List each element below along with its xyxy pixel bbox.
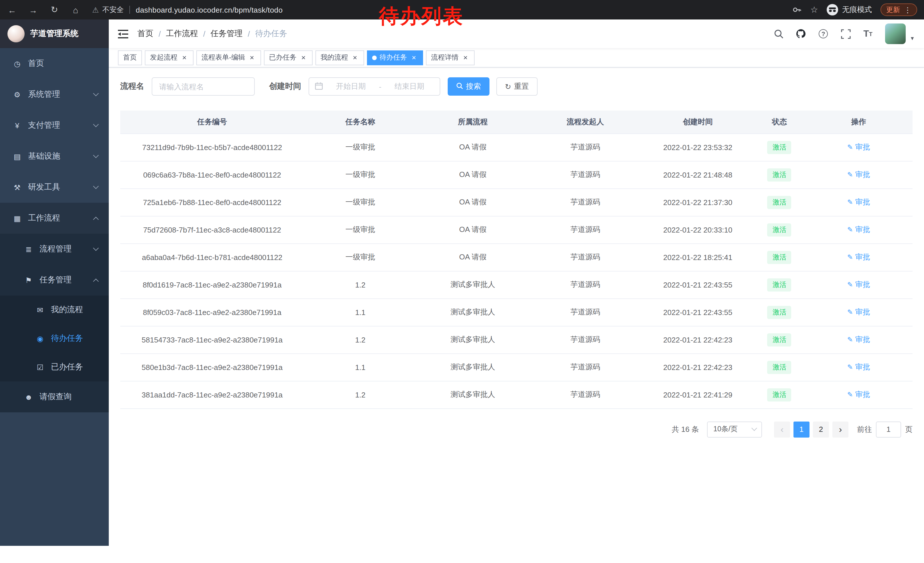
goto-page-input[interactable] <box>876 421 901 437</box>
search-icon[interactable] <box>773 28 784 39</box>
sidebar-item-task-mgmt[interactable]: ⚑任务管理 <box>0 264 109 296</box>
fullscreen-icon[interactable] <box>840 28 851 39</box>
date-range-picker[interactable]: 开始日期 - 结束日期 <box>309 77 440 96</box>
hamburger-icon[interactable] <box>118 30 128 38</box>
tab-form-edit[interactable]: 流程表单-编辑× <box>196 50 261 65</box>
main-area: 首页/工作流程/任务管理/待办任务 ? TT ▼ <box>109 20 924 546</box>
create-time-label: 创建时间 <box>269 81 301 92</box>
sidebar-item-infra[interactable]: ▤基础设施 <box>0 141 109 172</box>
breadcrumb-item[interactable]: 任务管理 <box>211 29 243 39</box>
help-icon[interactable]: ? <box>818 28 828 39</box>
edit-icon: ✎ <box>847 253 853 261</box>
incognito-icon <box>826 4 838 15</box>
initiator-cell-text: 芋道源码 <box>570 308 600 316</box>
page-size-select[interactable]: 10条/页 <box>707 421 762 437</box>
tab-home[interactable]: 首页 <box>118 50 142 65</box>
sidebar-item-todo-task[interactable]: ◉待办任务 <box>0 324 109 353</box>
action-cell: ✎审批 <box>805 353 912 381</box>
page-button-2[interactable]: 2 <box>813 421 829 437</box>
start-date-placeholder[interactable]: 开始日期 <box>326 81 375 92</box>
action-cell: ✎审批 <box>805 243 912 271</box>
tab-done-task[interactable]: 已办任务× <box>264 50 313 65</box>
process-cell: 测试多审批人 <box>417 299 529 326</box>
process-cell-text: OA 请假 <box>459 143 486 151</box>
sidebar-item-label: 流程管理 <box>39 244 72 254</box>
breadcrumb-item[interactable]: 工作流程 <box>166 29 198 39</box>
close-icon[interactable]: × <box>351 54 359 62</box>
font-size-icon[interactable]: TT <box>863 28 873 39</box>
close-icon[interactable]: × <box>180 54 188 62</box>
task-id-cell-text: 725a1eb6-7b88-11ec-8ef0-acde48001122 <box>143 198 281 206</box>
avatar-caret-icon[interactable]: ▼ <box>910 36 915 41</box>
initiator-cell-text: 芋道源码 <box>570 225 600 234</box>
search-button[interactable]: 搜索 <box>448 77 489 96</box>
approve-label: 审批 <box>855 335 870 345</box>
approve-button[interactable]: ✎审批 <box>847 389 870 400</box>
sidebar-item-devtools[interactable]: ⚒研发工具 <box>0 172 109 203</box>
approve-button[interactable]: ✎审批 <box>847 142 870 152</box>
created-time-cell: 2022-01-21 22:43:55 <box>642 271 754 299</box>
created-time-cell-text: 2022-01-21 22:43:55 <box>663 280 732 289</box>
task-id-cell: 580e1b3d-7ac8-11ec-a9e2-a2380e71991a <box>120 353 304 381</box>
approve-button[interactable]: ✎审批 <box>847 225 870 235</box>
sidebar-item-home[interactable]: ◷首页 <box>0 48 109 79</box>
approve-button[interactable]: ✎审批 <box>847 279 870 290</box>
tab-todo-task[interactable]: 待办任务× <box>367 50 423 65</box>
logo-row[interactable]: 芋道管理系统 <box>0 20 109 48</box>
sidebar-item-process-mgmt[interactable]: ≣流程管理 <box>0 234 109 264</box>
sidebar-item-my-process[interactable]: ✉我的流程 <box>0 296 109 324</box>
created-time-cell: 2022-01-22 18:25:41 <box>642 243 754 271</box>
home-icon[interactable]: ⌂ <box>70 5 81 15</box>
approve-button[interactable]: ✎审批 <box>847 170 870 180</box>
forward-icon[interactable]: → <box>28 5 38 15</box>
edit-icon: ✎ <box>847 336 853 344</box>
bookmark-star-icon[interactable]: ☆ <box>810 5 818 15</box>
approve-button[interactable]: ✎审批 <box>847 197 870 207</box>
close-icon[interactable]: × <box>299 54 308 62</box>
address-bar[interactable]: dashboard.yudao.iocoder.cn/bpm/task/todo <box>136 6 282 14</box>
approve-label: 审批 <box>855 307 870 317</box>
table-row: 8f059c03-7ac8-11ec-a9e2-a2380e71991a1.1测… <box>120 299 912 326</box>
sidebar-item-payment[interactable]: ¥支付管理 <box>0 110 109 141</box>
sidebar-item-system[interactable]: ⚙系统管理 <box>0 79 109 110</box>
close-icon[interactable]: × <box>410 54 418 62</box>
update-button[interactable]: 更新 ⋮ <box>880 3 917 16</box>
page-button-1[interactable]: 1 <box>794 421 810 437</box>
close-icon[interactable]: × <box>248 54 256 62</box>
sidebar-item-done-task[interactable]: ☑已办任务 <box>0 353 109 381</box>
task-id-cell-text: 73211d9d-7b9b-11ec-b5b7-acde48001122 <box>142 143 282 152</box>
action-cell: ✎审批 <box>805 271 912 299</box>
close-icon[interactable]: × <box>461 54 470 62</box>
github-icon[interactable] <box>796 28 806 39</box>
next-page-button[interactable]: › <box>832 421 848 437</box>
menu-kebab-icon[interactable]: ⋮ <box>904 6 911 14</box>
approve-button[interactable]: ✎审批 <box>847 335 870 345</box>
tab-start-process[interactable]: 发起流程× <box>145 50 194 65</box>
process-name-input[interactable] <box>152 77 255 96</box>
key-icon[interactable] <box>792 4 802 15</box>
reset-button[interactable]: ↻ 重置 <box>496 77 538 96</box>
end-date-placeholder[interactable]: 结束日期 <box>385 81 434 92</box>
tab-process-detail[interactable]: 流程详情× <box>426 50 475 65</box>
back-icon[interactable]: ← <box>7 5 17 15</box>
approve-button[interactable]: ✎审批 <box>847 307 870 317</box>
approve-button[interactable]: ✎审批 <box>847 362 870 372</box>
update-label: 更新 <box>886 5 900 15</box>
prev-page-button[interactable]: ‹ <box>774 421 790 437</box>
site-security[interactable]: ⚠ 不安全 <box>92 5 124 15</box>
calendar-icon <box>315 82 323 92</box>
task-name-cell-text: 1.2 <box>355 280 366 289</box>
table-row: 73211d9d-7b9b-11ec-b5b7-acde48001122一级审批… <box>120 134 912 161</box>
user-avatar[interactable] <box>885 24 906 44</box>
task-id-cell: 725a1eb6-7b88-11ec-8ef0-acde48001122 <box>120 188 304 216</box>
breadcrumb-item[interactable]: 首页 <box>137 29 153 39</box>
reload-icon[interactable]: ↻ <box>49 5 60 15</box>
sidebar-item-label: 支付管理 <box>28 120 60 131</box>
sidebar-item-workflow[interactable]: ▦工作流程 <box>0 203 109 234</box>
tab-my-process[interactable]: 我的流程× <box>315 50 364 65</box>
sidebar-item-leave-query[interactable]: ☻请假查询 <box>0 381 109 412</box>
task-name-cell: 1.1 <box>304 299 417 326</box>
approve-button[interactable]: ✎审批 <box>847 252 870 262</box>
status-badge: 激活 <box>767 278 792 291</box>
action-cell: ✎审批 <box>805 299 912 326</box>
